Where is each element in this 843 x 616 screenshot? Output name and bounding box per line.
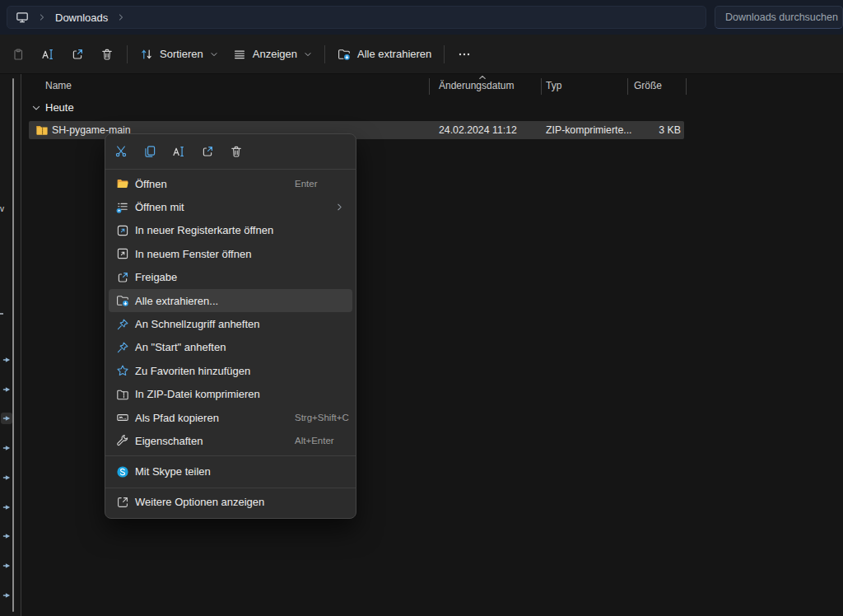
column-header-type[interactable]: Typ [546, 80, 561, 91]
extract-all-label: Alle extrahieren [357, 48, 431, 60]
menu-separator [105, 169, 356, 170]
menu-item-share[interactable]: Freigabe [109, 266, 352, 289]
monitor-icon [16, 11, 29, 24]
shortcut-arrow-icon[interactable] [1, 472, 12, 483]
column-header-size[interactable]: Größe [634, 80, 662, 91]
extract-all-button[interactable]: Alle extrahieren [330, 40, 439, 68]
delete-button[interactable] [222, 139, 250, 164]
file-explorer-window: { "titlebar": { "breadcrumb": { "root_ic… [0, 0, 843, 616]
nav-scrollbar[interactable] [12, 78, 14, 612]
menu-item-extract-all[interactable]: Alle extrahieren... [109, 289, 352, 312]
menu-item-pin-quick-access[interactable]: An Schnellzugriff anheften [109, 312, 352, 335]
menu-item-pin-start[interactable]: An "Start" anheften [109, 336, 352, 359]
shortcut-arrow-icon[interactable] [1, 560, 12, 572]
view-button[interactable]: Anzeigen [226, 40, 319, 68]
menu-item-copy-as-path[interactable]: Als Pfad kopierenStrg+Shift+C [109, 406, 352, 429]
share-button[interactable] [63, 40, 92, 68]
chevron-right-icon [335, 203, 344, 212]
share-button[interactable] [193, 139, 221, 164]
cut-button[interactable] [107, 139, 135, 164]
column-header-name[interactable]: Name [45, 80, 72, 91]
search-input[interactable] [715, 12, 842, 23]
menu-item-compress-zip[interactable]: In ZIP-Datei komprimieren [109, 383, 352, 406]
group-header-heute[interactable]: Heute [31, 101, 74, 114]
rename-icon [172, 145, 185, 158]
menu-item-label: In neuem Fenster öffnen [135, 248, 251, 260]
properties-icon [116, 434, 129, 447]
cut-icon [114, 145, 128, 158]
paste-icon [12, 48, 25, 61]
share-icon [116, 271, 129, 284]
menu-item-share-skype[interactable]: Mit Skype teilen [109, 459, 352, 485]
menu-item-shortcut: Alt+Enter [295, 436, 334, 446]
column-divider[interactable] [429, 78, 430, 95]
breadcrumb-downloads[interactable]: Downloads [55, 12, 108, 24]
menu-item-open-new-tab[interactable]: In neuer Registerkarte öffnen [109, 219, 352, 242]
chevron-down-icon[interactable] [31, 103, 41, 113]
share-icon [71, 48, 84, 61]
menu-item-label: Weitere Optionen anzeigen [135, 496, 264, 508]
menu-item-add-favorites[interactable]: Zu Favoriten hinzufügen [109, 359, 352, 382]
paste-button[interactable] [3, 40, 33, 68]
chevron-right-icon[interactable] [117, 13, 125, 21]
column-divider[interactable] [627, 78, 628, 95]
menu-item-label: Als Pfad kopieren [135, 412, 219, 424]
menu-item-show-more-options[interactable]: Weitere Optionen anzeigen [109, 491, 352, 514]
menu-separator [105, 488, 356, 488]
menu-item-label: Alle extrahieren... [135, 295, 218, 307]
sort-button[interactable]: Sortieren [133, 40, 226, 68]
menu-item-label: In neuer Registerkarte öffnen [135, 224, 273, 236]
sort-label: Sortieren [160, 48, 203, 60]
context-menu: ÖffnenEnterÖffnen mitIn neuer Registerka… [105, 133, 356, 519]
column-header-modified[interactable]: Änderungsdatum [439, 80, 514, 91]
pin-icon [116, 318, 129, 331]
sort-icon [140, 48, 153, 61]
more-button[interactable] [449, 40, 479, 68]
shortcut-arrow-icon[interactable] [1, 530, 12, 542]
share-icon [201, 145, 214, 158]
zip-icon [116, 388, 129, 401]
new-tab-icon [116, 224, 129, 237]
menu-item-label: Öffnen [135, 178, 167, 190]
menu-item-label: Mit Skype teilen [135, 465, 211, 478]
toolbar-separator [324, 45, 325, 63]
menu-item-label: Öffnen mit [135, 201, 184, 213]
shortcut-arrow-icon[interactable] [1, 384, 12, 395]
shortcut-arrow-icon[interactable] [1, 354, 12, 366]
context-menu-quick-actions [105, 137, 356, 166]
shortcut-arrow-icon[interactable] [1, 442, 12, 454]
menu-item-open-new-window[interactable]: In neuem Fenster öffnen [109, 242, 352, 265]
star-icon [116, 364, 129, 377]
copy-button[interactable] [136, 139, 164, 164]
nav-cut-label: v [0, 204, 4, 213]
new-window-icon [116, 247, 129, 260]
shortcut-arrow-icon[interactable] [1, 590, 12, 601]
copy-path-icon [116, 411, 129, 424]
extract-icon [116, 294, 129, 307]
menu-item-open-with[interactable]: Öffnen mit [109, 195, 352, 218]
menu-item-properties[interactable]: EigenschaftenAlt+Enter [109, 429, 352, 452]
menu-item-open[interactable]: ÖffnenEnter [109, 172, 352, 195]
nav-cut-mark [0, 313, 3, 315]
menu-item-label: Eigenschaften [135, 435, 203, 447]
column-divider[interactable] [686, 78, 687, 95]
trash-icon [100, 48, 114, 61]
ellipsis-icon [458, 48, 471, 61]
shortcut-arrow-icon[interactable] [1, 502, 12, 513]
address-bar[interactable]: Downloads [7, 6, 706, 29]
chevron-down-icon [210, 50, 218, 58]
menu-item-shortcut: Enter [295, 179, 318, 189]
delete-button[interactable] [92, 40, 122, 68]
menu-separator [105, 455, 356, 456]
rename-icon [41, 48, 54, 61]
rename-button[interactable] [165, 139, 193, 164]
search-box[interactable] [715, 6, 843, 29]
rename-button[interactable] [33, 40, 63, 68]
shortcut-arrow-icon[interactable] [1, 413, 12, 424]
chevron-right-icon [38, 13, 46, 21]
menu-item-shortcut: Strg+Shift+C [295, 413, 349, 422]
column-divider[interactable] [541, 78, 542, 95]
toolbar: SortierenAnzeigenAlle extrahieren [0, 35, 843, 74]
extract-icon [338, 48, 351, 61]
trash-icon [230, 145, 243, 158]
